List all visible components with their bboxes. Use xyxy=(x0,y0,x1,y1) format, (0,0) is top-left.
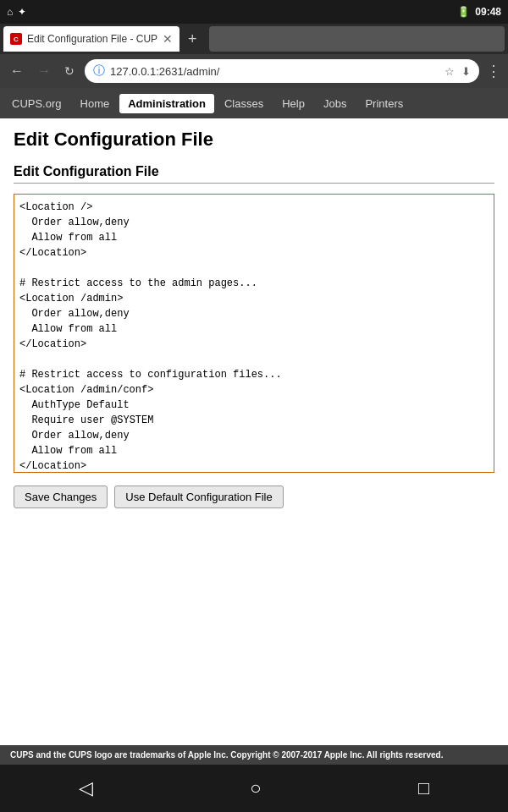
nav-printers[interactable]: Printers xyxy=(356,94,411,113)
url-actions: ☆ ⬇ xyxy=(444,65,471,78)
system-back-button[interactable]: ◁ xyxy=(62,771,110,806)
address-bar: ← → ↻ ⓘ 127.0.0.1:2631/admin/ ☆ ⬇ ⋮ xyxy=(0,54,508,88)
status-bar: ⌂ ✦ 🔋 09:48 xyxy=(0,0,508,24)
status-bar-right: 🔋 09:48 xyxy=(457,6,501,18)
system-recent-button[interactable]: □ xyxy=(401,771,446,806)
nav-jobs[interactable]: Jobs xyxy=(315,94,355,113)
footer-suffix: Copyright © 2007-2017 Apple Inc. All rig… xyxy=(228,750,443,760)
page-title: Edit Configuration File xyxy=(14,129,494,151)
cups-navigation: CUPS.org Home Administration Classes Hel… xyxy=(0,88,508,118)
tab-favicon: C xyxy=(10,33,22,45)
info-icon: ⓘ xyxy=(93,63,105,79)
tab-title: Edit Configuration File - CUP xyxy=(27,33,157,45)
bottom-navigation: ◁ ○ □ xyxy=(0,765,508,812)
tab-close-button[interactable]: ✕ xyxy=(163,32,173,46)
url-bar[interactable]: ⓘ 127.0.0.1:2631/admin/ ☆ ⬇ xyxy=(85,59,479,83)
home-icon: ⌂ xyxy=(7,6,13,18)
back-button[interactable]: ← xyxy=(7,60,27,82)
nav-home[interactable]: Home xyxy=(72,94,119,113)
system-home-button[interactable]: ○ xyxy=(233,771,278,806)
time-display: 09:48 xyxy=(475,6,501,18)
active-tab[interactable]: C Edit Configuration File - CUP ✕ xyxy=(3,26,179,52)
star-icon[interactable]: ☆ xyxy=(444,65,455,78)
tab-bar: C Edit Configuration File - CUP ✕ + xyxy=(0,24,508,54)
forward-button[interactable]: → xyxy=(34,60,54,82)
browser-menu-button[interactable]: ⋮ xyxy=(486,62,501,80)
save-changes-button[interactable]: Save Changes xyxy=(14,486,108,508)
footer-brand: Apple Inc. xyxy=(188,750,229,760)
section-title: Edit Configuration File xyxy=(14,164,494,184)
main-content: Edit Configuration File Edit Configurati… xyxy=(0,118,508,812)
footer-text: CUPS and the CUPS logo are trademarks of xyxy=(10,750,188,760)
notification-icon: ✦ xyxy=(18,6,26,18)
url-text: 127.0.0.1:2631/admin/ xyxy=(110,65,439,78)
footer: CUPS and the CUPS logo are trademarks of… xyxy=(0,745,508,765)
status-bar-left: ⌂ ✦ xyxy=(7,6,26,18)
nav-cups-org[interactable]: CUPS.org xyxy=(3,94,70,113)
battery-icon: 🔋 xyxy=(457,6,470,18)
browser-chrome: C Edit Configuration File - CUP ✕ + ← → … xyxy=(0,24,508,88)
download-icon[interactable]: ⬇ xyxy=(461,65,471,78)
nav-administration[interactable]: Administration xyxy=(119,94,214,113)
use-default-button[interactable]: Use Default Configuration File xyxy=(114,486,283,508)
button-row: Save Changes Use Default Configuration F… xyxy=(14,486,494,508)
new-tab-button[interactable]: + xyxy=(183,30,202,48)
config-textarea[interactable] xyxy=(14,194,494,473)
refresh-button[interactable]: ↻ xyxy=(61,61,78,81)
nav-help[interactable]: Help xyxy=(273,94,313,113)
nav-classes[interactable]: Classes xyxy=(216,94,272,113)
